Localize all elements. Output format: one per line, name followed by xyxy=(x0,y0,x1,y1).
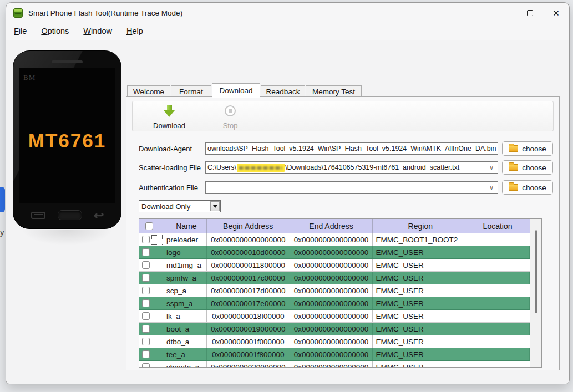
phone-menu-icon xyxy=(31,212,45,219)
cell-location xyxy=(465,297,530,309)
row-checkbox[interactable] xyxy=(142,312,150,320)
scatter-file-choose-button[interactable]: choose xyxy=(502,160,553,175)
auth-file-combobox[interactable]: ∨ xyxy=(205,181,498,194)
scrollbar-thumb[interactable] xyxy=(535,230,537,313)
select-all-checkbox[interactable] xyxy=(145,222,153,230)
cell-end-address: 0x0000000000000000 xyxy=(290,335,373,348)
table-scrollbar[interactable] xyxy=(530,219,541,367)
background-window-text-fragment: y xyxy=(0,227,5,237)
download-agent-label: Download-Agent xyxy=(139,145,192,153)
row-checkbox[interactable] xyxy=(142,236,150,243)
row-checkbox[interactable] xyxy=(142,338,150,345)
chevron-down-icon[interactable]: ∨ xyxy=(486,183,496,192)
row-checkbox[interactable] xyxy=(142,350,150,358)
tab-download[interactable]: Download xyxy=(212,83,260,97)
minimize-button[interactable] xyxy=(491,3,517,23)
download-button[interactable]: Download xyxy=(148,104,190,130)
row-checkbox[interactable] xyxy=(142,248,150,256)
table-row[interactable]: vbmeta_a 0x0000000020000000 0x0000000000… xyxy=(139,361,530,367)
download-mode-select[interactable]: Download Only xyxy=(139,200,221,212)
cell-begin-address: 0x0000000019000000 xyxy=(207,323,290,335)
cell-name: md1img_a xyxy=(163,259,207,271)
cell-begin-address: 0x0000000018f00000 xyxy=(207,310,290,322)
table-row[interactable]: spmfw_a 0x0000000017c00000 0x00000000000… xyxy=(139,272,530,284)
row-checkbox[interactable] xyxy=(142,325,150,333)
tab-readback[interactable]: Readback xyxy=(261,85,305,97)
maximize-icon xyxy=(527,10,533,16)
tab-format[interactable]: Format xyxy=(171,85,211,97)
cell-end-address: 0x0000000000000000 xyxy=(290,233,373,246)
phone-home-button-icon xyxy=(58,210,82,220)
cell-name: tee_a xyxy=(163,348,207,360)
table-row[interactable]: tee_a 0x000000001f800000 0x0000000000000… xyxy=(139,348,530,361)
table-row[interactable]: scp_a 0x0000000017d00000 0x0000000000000… xyxy=(139,284,530,297)
column-header-name[interactable]: Name xyxy=(163,219,207,233)
menu-options[interactable]: Options xyxy=(41,27,69,35)
download-agent-choose-button[interactable]: choose xyxy=(502,141,553,156)
client-area: BM MT6761 ↩ Welcome Format Download Read… xyxy=(6,40,569,384)
cell-end-address: 0x0000000000000000 xyxy=(290,310,373,322)
cell-name: spmfw_a xyxy=(163,272,207,284)
table-row[interactable]: sspm_a 0x0000000017e00000 0x000000000000… xyxy=(139,297,530,310)
cell-begin-address: 0x0000000000000000 xyxy=(207,233,290,246)
cell-region: EMMC_USER xyxy=(373,246,465,258)
column-header-end-address[interactable]: End Address xyxy=(290,219,373,233)
toolbar: Download Stop xyxy=(132,101,554,131)
cell-begin-address: 0x0000000017e00000 xyxy=(207,297,290,309)
phone-brand-label: BM xyxy=(23,73,36,82)
table-row[interactable]: boot_a 0x0000000019000000 0x000000000000… xyxy=(139,323,530,335)
cell-region: EMMC_USER xyxy=(373,335,465,348)
row-checkbox[interactable] xyxy=(142,363,150,367)
column-header-region[interactable]: Region xyxy=(373,219,465,233)
stop-button[interactable]: Stop xyxy=(209,104,251,130)
cell-location xyxy=(465,284,530,297)
auth-file-label: Authentication File xyxy=(139,184,198,192)
maximize-button[interactable] xyxy=(517,3,543,23)
cell-end-address: 0x0000000000000000 xyxy=(290,246,373,258)
stop-icon xyxy=(225,105,236,116)
download-agent-input[interactable]: ownloads\SP_Flash_Tool_v5.1924_Win\SP_Fl… xyxy=(205,142,498,155)
focus-rectangle xyxy=(151,235,163,245)
partition-table: Name Begin Address End Address Region Lo… xyxy=(139,218,542,368)
cell-region: EMMC_BOOT1_BOOT2 xyxy=(373,233,465,246)
title-bar[interactable]: Smart Phone Flash Tool(Runtime Trace Mod… xyxy=(6,3,569,23)
redacted-username xyxy=(237,164,285,172)
cell-name: vbmeta_a xyxy=(163,361,207,367)
table-row[interactable]: logo 0x0000000010d00000 0x00000000000000… xyxy=(139,246,530,259)
close-button[interactable]: ✕ xyxy=(543,3,569,23)
tab-memory-test[interactable]: Memory Test xyxy=(306,85,362,97)
cell-region: EMMC_USER xyxy=(373,348,465,360)
scatter-file-combobox[interactable]: C:\Users\\Downloads\1764106575319-mt6761… xyxy=(205,161,498,174)
cell-begin-address: 0x0000000017c00000 xyxy=(207,272,290,284)
dropdown-arrow-icon[interactable] xyxy=(210,201,220,211)
column-header-location[interactable]: Location xyxy=(465,219,530,233)
app-window: Smart Phone Flash Tool(Runtime Trace Mod… xyxy=(6,2,570,384)
table-header-row: Name Begin Address End Address Region Lo… xyxy=(139,219,530,233)
app-icon xyxy=(13,8,23,18)
minimize-icon xyxy=(501,13,507,13)
chevron-down-icon[interactable]: ∨ xyxy=(486,163,496,172)
menu-help[interactable]: Help xyxy=(126,27,143,35)
cell-begin-address: 0x000000001f000000 xyxy=(207,335,290,348)
phone-speaker xyxy=(52,60,83,63)
phone-screen: BM MT6761 xyxy=(19,68,115,203)
device-preview-image: BM MT6761 ↩ xyxy=(13,50,121,229)
row-checkbox[interactable] xyxy=(142,287,150,294)
cell-region: EMMC_USER xyxy=(373,297,465,309)
row-checkbox[interactable] xyxy=(142,261,150,269)
menu-file[interactable]: File xyxy=(14,27,27,35)
table-row[interactable]: dtbo_a 0x000000001f000000 0x000000000000… xyxy=(139,335,530,348)
tab-welcome[interactable]: Welcome xyxy=(127,85,170,97)
cell-end-address: 0x0000000000000000 xyxy=(290,361,373,367)
table-row[interactable]: preloader 0x0000000000000000 0x000000000… xyxy=(139,233,530,246)
table-row[interactable]: lk_a 0x0000000018f00000 0x00000000000000… xyxy=(139,310,530,323)
column-header-begin-address[interactable]: Begin Address xyxy=(207,219,290,233)
table-row[interactable]: md1img_a 0x0000000011800000 0x0000000000… xyxy=(139,259,530,272)
row-checkbox[interactable] xyxy=(142,299,150,307)
menu-window[interactable]: Window xyxy=(83,27,112,35)
cell-location xyxy=(465,348,530,360)
cell-region: EMMC_USER xyxy=(373,259,465,271)
row-checkbox[interactable] xyxy=(142,274,150,282)
auth-file-choose-button[interactable]: choose xyxy=(502,180,553,195)
phone-back-icon: ↩ xyxy=(93,209,104,222)
